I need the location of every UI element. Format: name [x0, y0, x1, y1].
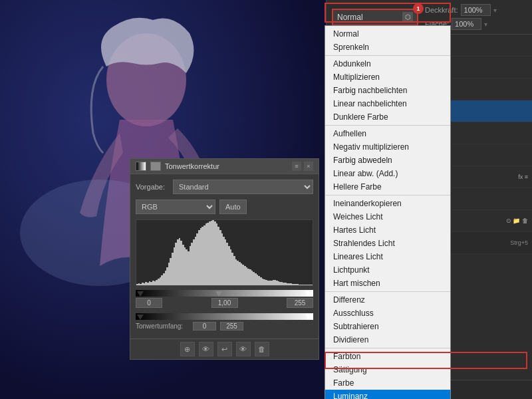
blend-item-luminanz[interactable]: Luminanz	[325, 390, 450, 399]
output-label: Tonwertumfang:	[136, 323, 189, 330]
shadow-input[interactable]	[136, 298, 162, 308]
blend-item-farbig-nachbelichten[interactable]: Farbig nachbelichten	[325, 84, 450, 97]
blend-item-sprenkeln[interactable]: Sprenkeln	[325, 41, 450, 54]
mid-triangle[interactable]	[215, 291, 222, 297]
properties-header: Tonwertkorrektur ≡ ×	[130, 159, 319, 174]
mid-input[interactable]	[211, 298, 238, 308]
blend-item-farbig-abwedeln[interactable]: Farbig abwedeln	[325, 154, 450, 167]
fill-input[interactable]	[452, 18, 481, 30]
opacity-input[interactable]	[461, 4, 491, 16]
blend-item-ineinanderkopieren[interactable]: Ineinanderkopieren	[325, 197, 450, 210]
input-gradient-bar[interactable]	[136, 290, 313, 297]
highlight-triangle[interactable]	[305, 291, 312, 297]
blend-item-multiplizieren[interactable]: Multiplizieren	[325, 70, 450, 84]
blend-item-farbton[interactable]: Farbton	[325, 350, 450, 363]
blend-item-weiches-licht[interactable]: Weiches Licht	[325, 210, 450, 223]
panel-title: Tonwertkorrektur	[165, 162, 219, 170]
shadow-triangle[interactable]	[137, 291, 144, 297]
shortcut: Strg+5	[510, 239, 528, 246]
opacity-label: Deckkraft:	[425, 6, 458, 14]
output-gradient-bar[interactable]	[136, 313, 313, 320]
visibility-btn[interactable]: 👁	[199, 342, 213, 356]
panel-toolbar: ⊕ 👁 ↩ 👁 🗑	[130, 338, 319, 359]
properties-panel: Tonwertkorrektur ≡ × Vorgabe: Standard R…	[130, 158, 319, 360]
blend-item-dunklere-farbe[interactable]: Dunklere Farbe	[325, 110, 450, 124]
blend-item-hart-mischen[interactable]: Hart mischen	[325, 277, 450, 290]
blend-item-dividieren[interactable]: Dividieren	[325, 333, 450, 346]
histogram-container	[136, 219, 313, 286]
blend-item-sättigung[interactable]: Sättigung	[325, 363, 450, 376]
blend-item-aufhellen[interactable]: Aufhellen	[325, 127, 450, 140]
preset-label: Vorgabe:	[136, 183, 169, 191]
blend-item-abdunkeln[interactable]: Abdunkeln	[325, 57, 450, 70]
histogram-bars	[136, 220, 313, 285]
blend-mode-text: Normal	[337, 13, 363, 22]
blend-item-lineares-licht[interactable]: Lineares Licht	[325, 250, 450, 263]
channel-select[interactable]: RGB	[136, 200, 215, 214]
blend-item-linear-abw.-(add.)[interactable]: Linear abw. (Add.)	[325, 167, 450, 180]
panel-close-btn[interactable]: ×	[304, 162, 313, 171]
blend-item-farbe[interactable]: Farbe	[325, 376, 450, 390]
icons-row: ⊙ 📁 🗑	[506, 217, 528, 224]
fx-badge: fx ≡	[518, 174, 528, 180]
blend-item-differenz[interactable]: Differenz	[325, 293, 450, 307]
blend-item-subtrahieren[interactable]: Subtrahieren	[325, 320, 450, 333]
output-shadow-triangle[interactable]	[137, 315, 144, 320]
blend-mode-select[interactable]: Normal ⬡	[332, 9, 418, 26]
blend-item-negativ-multiplizieren[interactable]: Negativ multiplizieren	[325, 140, 450, 154]
blend-badge: 1	[413, 3, 424, 14]
view-btn[interactable]: 👁	[236, 342, 251, 356]
reset-btn[interactable]: ↩	[217, 342, 232, 356]
blend-item-lichtpunkt[interactable]: Lichtpunkt	[325, 263, 450, 277]
tone-icon	[136, 162, 146, 171]
panel-menu-btn[interactable]: ≡	[292, 162, 301, 171]
blend-arrow-icon: ⬡	[402, 12, 413, 23]
layer-icon	[150, 162, 161, 171]
delete-btn[interactable]: 🗑	[255, 342, 269, 356]
blend-item-ausschluss[interactable]: Ausschluss	[325, 307, 450, 320]
highlight-input[interactable]	[287, 298, 313, 308]
output-shadow-val[interactable]	[193, 322, 216, 331]
auto-button[interactable]: Auto	[219, 200, 247, 214]
blend-item-hartes-licht[interactable]: Hartes Licht	[325, 223, 450, 237]
blend-item-normal[interactable]: Normal	[325, 27, 450, 41]
clip-btn[interactable]: ⊕	[180, 342, 195, 356]
blend-item-hellere-farbe[interactable]: Hellere Farbe	[325, 180, 450, 194]
output-highlight-triangle[interactable]	[305, 315, 312, 320]
blend-item-linear-nachbelichten[interactable]: Linear nachbelichten	[325, 97, 450, 110]
blend-item-strahlendes-licht[interactable]: Strahlendes Licht	[325, 237, 450, 250]
output-highlight-val[interactable]	[220, 322, 243, 331]
preset-select[interactable]: Standard	[173, 180, 313, 194]
blend-mode-dropdown: NormalSprenkelnAbdunkelnMultiplizierenFa…	[325, 25, 451, 399]
